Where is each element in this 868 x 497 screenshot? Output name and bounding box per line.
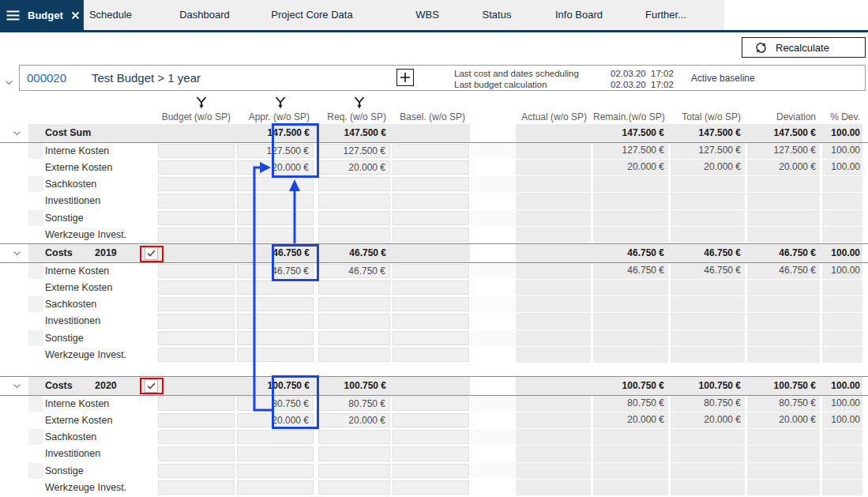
period-checkbox[interactable]	[145, 247, 158, 260]
cell-req	[318, 297, 390, 311]
last-budget-calc-date: 02.03.20	[611, 79, 646, 90]
table-row-interne-kosten[interactable]: Interne Kosten80.750 €80.750 €80.750 €80…	[0, 396, 868, 412]
cell-remain	[593, 313, 668, 329]
row-label: Werkzeuge Invest.	[45, 347, 126, 363]
table-row-sachkosten[interactable]: Sachkosten	[0, 296, 868, 313]
table-row-werkzeuge-invest[interactable]: Werkzeuge Invest.	[0, 227, 868, 243]
row-indent-strip	[28, 412, 43, 428]
group-cell-appr: 46.750 €	[237, 244, 314, 262]
row-gap-strip	[471, 160, 515, 175]
hamburger-menu-icon[interactable]	[6, 10, 20, 21]
table-row-externe-kosten[interactable]: Externe Kosten20.000 €20.000 €20.000 €20…	[0, 160, 868, 176]
tab-schedule[interactable]: Schedule	[89, 0, 132, 30]
row-indent-strip	[28, 396, 43, 412]
filter-icon[interactable]	[354, 96, 365, 109]
table-row-werkzeuge-invest[interactable]: Werkzeuge Invest.	[0, 347, 868, 363]
tab-info-board[interactable]: Info Board	[555, 0, 603, 30]
refresh-icon	[754, 41, 768, 55]
project-expander-icon[interactable]	[5, 74, 13, 88]
expand-collapse-icon[interactable]	[13, 250, 21, 256]
cell-remain	[593, 330, 668, 346]
expand-collapse-icon[interactable]	[13, 130, 21, 136]
cell-remain: 46.750 €	[593, 263, 668, 279]
tab-budget-active[interactable]: Budget	[0, 0, 84, 30]
filter-icon[interactable]	[196, 96, 207, 109]
tab-project-core-data[interactable]: Project Core Data	[271, 0, 352, 30]
cell-total	[671, 313, 745, 329]
cell-pdev: 100.00 %	[822, 263, 862, 279]
cell-appr: 20.000 €	[237, 160, 314, 175]
table-row-interne-kosten[interactable]: Interne Kosten127.500 €127.500 €127.500 …	[0, 143, 868, 160]
tab-status[interactable]: Status	[483, 0, 512, 30]
expand-collapse-icon[interactable]	[13, 383, 21, 389]
recalculate-button[interactable]: Recalculate	[742, 37, 866, 58]
table-row-interne-kosten[interactable]: Interne Kosten46.750 €46.750 €46.750 €46…	[0, 263, 868, 280]
table-row-externe-kosten[interactable]: Externe Kosten20.000 €20.000 €20.000 €20…	[0, 412, 868, 429]
group-cell-total: 100.750 €	[671, 377, 745, 395]
cell-basel	[393, 177, 469, 191]
table-row-sachkosten[interactable]: Sachkosten	[0, 176, 868, 193]
table-row-investitionen[interactable]: Investitionen	[0, 193, 868, 209]
cell-pdev	[822, 330, 862, 346]
cell-remain: 80.750 €	[593, 396, 668, 412]
last-scheduling-label: Last cost and dates scheduling	[454, 68, 604, 79]
tab-wbs[interactable]: WBS	[415, 0, 439, 30]
period-checkbox[interactable]	[145, 379, 158, 393]
group-row[interactable]: Cost Sum147.500 €147.500 €147.500 €147.5…	[0, 124, 868, 143]
table-row-werkzeuge-invest[interactable]: Werkzeuge Invest.	[0, 480, 868, 496]
tab-further[interactable]: Further...	[645, 0, 686, 30]
table-row-sonstige[interactable]: Sonstige	[0, 210, 868, 227]
cell-actual	[516, 412, 591, 428]
cell-budget	[158, 464, 235, 478]
column-header-dev: % Dev.	[822, 111, 862, 122]
checkmark-icon	[147, 250, 156, 257]
close-tab-icon[interactable]	[71, 11, 80, 20]
last-budget-calc-label: Last budget calculation	[454, 79, 604, 90]
cell-remain	[593, 227, 668, 243]
cell-deviation	[747, 330, 820, 346]
table-row-sachkosten[interactable]: Sachkosten	[0, 429, 868, 446]
cell-req	[318, 430, 390, 444]
cell-req	[318, 348, 390, 362]
cell-total: 80.750 €	[671, 396, 745, 412]
project-id: 000020	[27, 71, 66, 85]
group-rows: Interne Kosten127.500 €127.500 €127.500 …	[0, 143, 868, 243]
cell-appr	[237, 314, 314, 328]
cell-basel	[393, 211, 469, 225]
cell-req	[318, 464, 390, 478]
tab-dashboard[interactable]: Dashboard	[179, 0, 230, 30]
group-costs-2020: Costs2020100.750 €100.750 €100.750 €100.…	[0, 376, 868, 496]
table-row-investitionen[interactable]: Investitionen	[0, 313, 868, 329]
cell-basel	[393, 348, 469, 362]
cell-budget	[158, 446, 235, 461]
cell-req: 127.500 €	[318, 144, 390, 158]
row-gap-strip	[471, 313, 515, 329]
cell-total: 46.750 €	[671, 263, 745, 279]
table-row-sonstige[interactable]: Sonstige	[0, 463, 868, 480]
column-header-remain-w-o-sp: Remain.(w/o SP)	[593, 111, 668, 122]
cell-req	[318, 331, 390, 345]
group-cell-req: 46.750 €	[318, 244, 390, 262]
cell-appr	[237, 194, 314, 208]
cell-appr	[237, 297, 314, 311]
group-row[interactable]: Costs201946.750 €46.750 €46.750 €46.750 …	[0, 243, 868, 263]
add-button[interactable]	[396, 69, 414, 86]
table-row-externe-kosten[interactable]: Externe Kosten	[0, 280, 868, 296]
row-label: Sonstige	[45, 210, 84, 227]
cell-appr	[237, 211, 314, 225]
table-row-investitionen[interactable]: Investitionen	[0, 446, 868, 462]
filter-icon[interactable]	[275, 96, 286, 109]
cell-basel	[393, 144, 469, 158]
cell-req	[318, 446, 390, 461]
cell-deviation: 46.750 €	[747, 263, 820, 279]
budget-table: Cost Sum147.500 €147.500 €147.500 €147.5…	[0, 124, 868, 496]
table-row-sonstige[interactable]: Sonstige	[0, 330, 868, 347]
cell-total	[671, 210, 745, 226]
column-header-appr-w-o-sp: Appr. (w/o SP)	[237, 111, 314, 122]
cell-remain: 127.500 €	[593, 143, 668, 159]
row-gap-strip	[471, 296, 515, 312]
group-row[interactable]: Costs2020100.750 €100.750 €100.750 €100.…	[0, 376, 868, 396]
column-header-actual-w-o-sp: Actual (w/o SP)	[516, 111, 591, 122]
cell-deviation	[747, 313, 820, 329]
column-header-total-w-o-sp: Total (w/o SP)	[671, 111, 745, 122]
